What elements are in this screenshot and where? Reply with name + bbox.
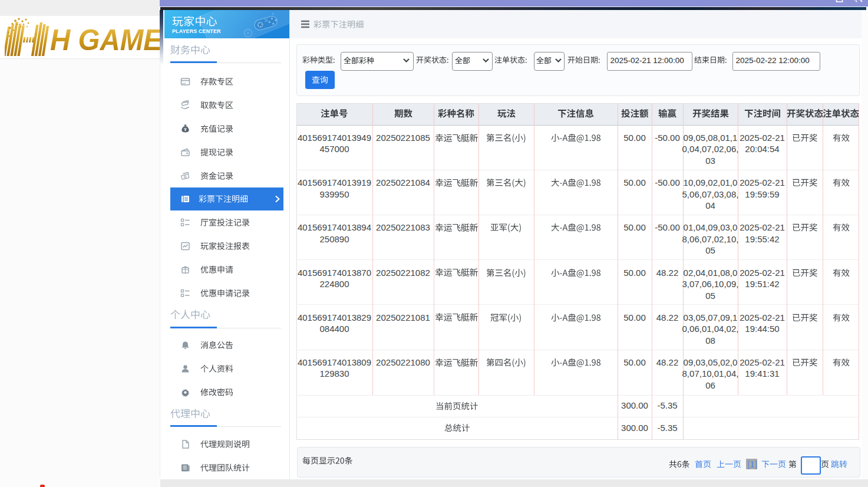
svg-text:H GAME: H GAME (50, 24, 160, 56)
